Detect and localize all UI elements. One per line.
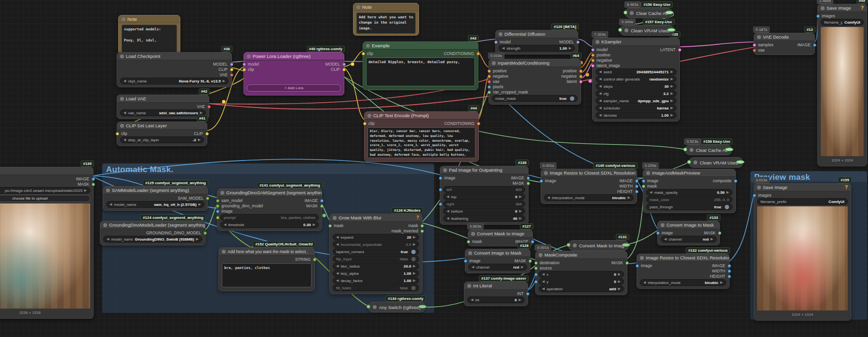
input-port[interactable] — [624, 11, 627, 14]
output-port[interactable] — [531, 240, 534, 243]
node-clip-set-last-layer[interactable]: #41 CLIP Set Last Layer clipCLIP ◀stop_a… — [117, 121, 207, 146]
output-port[interactable] — [527, 176, 530, 180]
input-port[interactable] — [591, 64, 595, 67]
widget-right[interactable]: right384 — [443, 201, 525, 207]
input-port[interactable] — [591, 59, 595, 62]
node-image-and-mask-preview[interactable]: 0.209s ImageAndMaskPreview imagecomposit… — [643, 169, 736, 213]
note-text[interactable]: Add here what you want to change in the … — [356, 13, 416, 34]
widget-image-url[interactable]: ps://image.cdn2.seaart.me/upload/static/… — [0, 187, 90, 194]
collapse-dot[interactable] — [373, 305, 377, 309]
collapse-dot[interactable] — [366, 44, 370, 48]
node-image-resize-sdxl-1[interactable]: 0.001s #140 comfyui-various Image Resize… — [541, 169, 637, 204]
input-port[interactable] — [636, 264, 639, 268]
note-node[interactable]: Note supported models: Pony, Xl, sdxl, — [118, 15, 180, 54]
node-save-image[interactable]: 3.013s #155 Save Image? images filename_… — [754, 183, 851, 321]
output-port[interactable] — [734, 179, 737, 183]
output-port[interactable] — [625, 261, 629, 265]
collapse-dot[interactable] — [499, 32, 502, 36]
input-port[interactable] — [488, 75, 491, 78]
widget-top[interactable]: ◀top0▶ — [443, 193, 525, 200]
choose-file-button[interactable]: choose file to upload — [0, 195, 90, 202]
output-port[interactable] — [728, 264, 731, 268]
prompt-textarea[interactable]: blur, blurry, censor bar, censor bars, c… — [367, 127, 475, 158]
input-port[interactable] — [753, 49, 756, 52]
input-port[interactable] — [753, 43, 756, 47]
widget-expand[interactable]: ◀expand20▶ — [333, 234, 419, 241]
add-lora-button[interactable]: + Add Lora — [247, 84, 341, 92]
input-port[interactable] — [243, 68, 246, 71]
collapse-dot[interactable] — [624, 28, 628, 32]
collapse-dot[interactable] — [468, 251, 472, 255]
output-port[interactable] — [92, 177, 95, 181]
node-sam-model-loader[interactable]: #125 comfyui_segment_anything SAMModelLo… — [103, 186, 208, 211]
note-node[interactable]: Note Add here what you want to change in… — [353, 3, 419, 36]
output-port[interactable] — [678, 48, 681, 52]
node-ksampler[interactable]: 7.324s #35 KSampler modelLATENT positive… — [592, 38, 680, 121]
node-grow-mask-with-blur[interactable]: #126 KJNodes Grow Mask With Blur? maskma… — [329, 214, 422, 294]
node-grounding-dino-sam-segment[interactable]: #141 comfyui_segment_anything GroundingD… — [217, 189, 322, 231]
widget-prompt[interactable]: promptbra, panties, clothes — [220, 214, 319, 221]
input-port[interactable] — [534, 273, 538, 276]
input-port[interactable] — [534, 261, 538, 265]
widget-vae-name[interactable]: ◀vae_namesdxl_vae.safetensors▶ — [120, 109, 206, 116]
collapse-dot[interactable] — [367, 114, 371, 118]
output-port[interactable] — [635, 190, 638, 193]
node-clip-text-encode[interactable]: #44 CLIP Text Encode (Prompt) clipCONDIT… — [364, 111, 479, 162]
widget-operation[interactable]: ◀operationadd▶ — [539, 285, 624, 292]
output-port[interactable] — [529, 259, 532, 263]
node-graph-canvas[interactable]: Automatic Mask. Preview mask — [0, 0, 868, 337]
output-port[interactable] — [718, 231, 721, 235]
collapse-dot[interactable] — [106, 189, 110, 192]
output-port[interactable] — [206, 197, 209, 200]
output-port[interactable] — [476, 52, 480, 55]
node-int-literal[interactable]: #137 comfy-image-saver Int Literal INT ◀… — [464, 282, 528, 306]
collapse-dot[interactable] — [630, 11, 634, 15]
widget-int[interactable]: ◀int0▶ — [467, 297, 525, 303]
input-port[interactable] — [216, 199, 219, 202]
string-textarea[interactable]: bra, panties, clothes — [222, 263, 312, 287]
input-port[interactable] — [488, 69, 491, 73]
input-port[interactable] — [534, 267, 538, 270]
output-port[interactable] — [813, 43, 816, 47]
input-port[interactable] — [642, 185, 645, 188]
widget-tapered-corners[interactable]: tapered_cornerstrue — [333, 248, 419, 255]
widget-flip-input[interactable]: flip_inputfalse — [333, 256, 419, 262]
node-mask-select-string[interactable]: #152 QualityOfLifeSuit_Omar92 Add here w… — [218, 247, 315, 291]
node-image-resize-sdxl-2[interactable]: #132 comfyui-various Image Resize to Clo… — [637, 254, 730, 289]
node-clear-cache-all[interactable]: 6.963s #156 Easy-Use Clear Cache All — [625, 8, 672, 18]
widget-steps[interactable]: ◀steps30▶ — [596, 83, 677, 90]
input-port[interactable] — [216, 216, 219, 219]
widget-blur-radius[interactable]: ◀blur_radius20.0▶ — [333, 263, 419, 270]
input-port[interactable] — [363, 122, 366, 125]
output-port[interactable] — [320, 199, 324, 202]
collapse-dot[interactable] — [247, 54, 251, 58]
input-port[interactable] — [216, 204, 219, 208]
output-port[interactable] — [342, 68, 346, 71]
node-any-switch[interactable]: #134 rgthree-comfy Any Switch (rgthree) — [368, 302, 425, 312]
input-port[interactable] — [439, 176, 442, 180]
input-port[interactable] — [683, 148, 687, 151]
output-port[interactable] — [728, 275, 731, 278]
widget-cfg[interactable]: ◀cfg3.2▶ — [596, 90, 677, 97]
output-port[interactable] — [230, 68, 233, 71]
input-port[interactable] — [753, 194, 756, 197]
input-port[interactable] — [488, 85, 491, 89]
collapse-dot[interactable] — [443, 168, 447, 172]
collapse-dot[interactable] — [596, 40, 599, 44]
node-load-vae[interactable]: #42 Load VAE VAE ◀vae_namesdxl_vae.safet… — [117, 94, 209, 119]
output-port[interactable] — [313, 258, 316, 261]
collapse-dot[interactable] — [222, 250, 226, 254]
widget-decay-factor[interactable]: ◀decay_factor1.00▶ — [333, 277, 419, 284]
output-port[interactable] — [203, 231, 207, 235]
output-port[interactable] — [665, 11, 674, 14]
collapse-dot[interactable] — [693, 161, 697, 164]
input-port[interactable] — [366, 305, 370, 309]
input-port[interactable] — [642, 179, 645, 183]
input-port[interactable] — [216, 210, 219, 213]
note-text[interactable]: supported models: Pony, Xl, sdxl, — [122, 25, 177, 53]
input-port[interactable] — [494, 40, 498, 44]
widget-x[interactable]: ◀x0▶ — [539, 271, 624, 278]
node-differential-diffusion[interactable]: #120 [BETA] Differential Diffusion model… — [495, 30, 578, 54]
node-example-positive-prompt[interactable]: #43 Example clipCONDITIONING detailed Ni… — [363, 41, 478, 90]
help-icon[interactable]: ? — [861, 5, 864, 11]
